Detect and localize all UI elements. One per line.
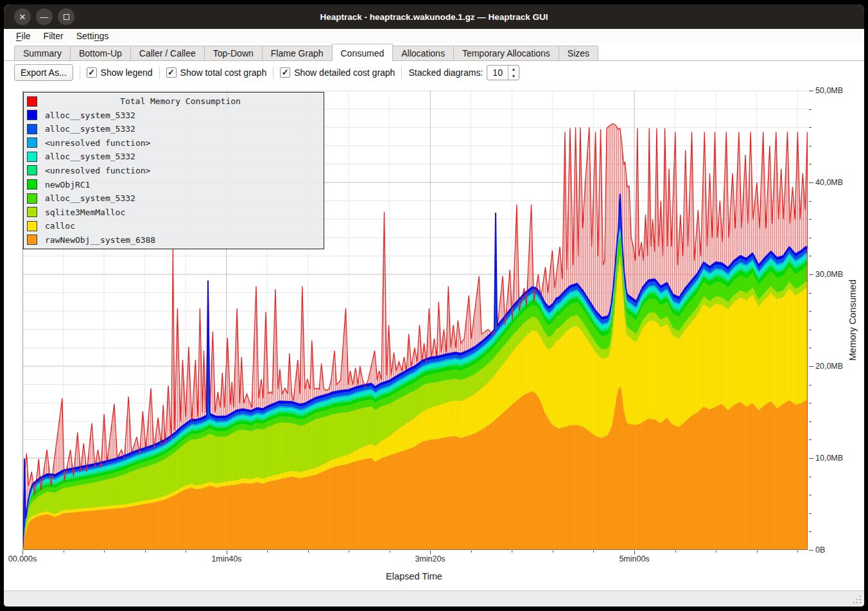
tab-bottom-up[interactable]: Bottom-Up xyxy=(70,46,131,61)
legend-swatch xyxy=(27,165,37,175)
legend-item: alloc__system_5332 xyxy=(24,123,324,136)
title-bar[interactable]: ✕ — Heaptrack - heaptrack.wakunode.1.gz … xyxy=(4,4,864,29)
checkbox-label: Show legend xyxy=(101,67,153,78)
y-tick xyxy=(809,311,812,312)
spin-up-icon[interactable]: ▲ xyxy=(508,66,519,73)
y-tick xyxy=(809,366,813,367)
minimize-button[interactable]: — xyxy=(36,8,53,25)
legend-label: sqlite3MemMalloc xyxy=(45,208,125,217)
app-window: ✕ — Heaptrack - heaptrack.wakunode.1.gz … xyxy=(4,4,864,607)
stacked-diagrams-label: Stacked diagrams: xyxy=(408,67,483,78)
toolbar: Export As... ✓Show legend✓Show total cos… xyxy=(4,61,864,84)
x-tick xyxy=(390,551,390,553)
y-tick xyxy=(809,127,812,128)
x-tick xyxy=(716,551,716,553)
y-tick xyxy=(809,201,812,202)
x-tick-label: 00.000s xyxy=(8,554,37,563)
checkbox-icon[interactable]: ✓ xyxy=(166,67,177,78)
window-controls: ✕ — xyxy=(14,4,74,29)
toolbar-separator xyxy=(80,66,80,79)
resize-grip-icon[interactable] xyxy=(853,595,862,604)
chart-legend: Total Memory Consumptionalloc__system_53… xyxy=(23,92,324,249)
close-button[interactable]: ✕ xyxy=(14,8,31,25)
checkbox-icon[interactable]: ✓ xyxy=(87,67,97,78)
legend-item: calloc xyxy=(24,220,324,233)
y-tick xyxy=(809,256,812,256)
x-tick xyxy=(471,551,472,553)
legend-swatch xyxy=(27,96,37,107)
x-tick-label: 1min40s xyxy=(211,554,241,563)
legend-label: <unresolved function> xyxy=(45,138,150,148)
y-tick xyxy=(809,146,812,146)
menu-bar: FileFilterSettings xyxy=(4,29,864,43)
y-tick xyxy=(809,293,812,294)
legend-swatch xyxy=(27,152,37,162)
y-tick-label: 30,0MB xyxy=(815,270,843,279)
y-tick xyxy=(809,238,812,238)
legend-label: alloc__system_5332 xyxy=(45,152,135,161)
x-tick xyxy=(512,551,512,553)
x-tick xyxy=(308,551,309,553)
legend-swatch xyxy=(27,179,37,190)
x-tick xyxy=(593,551,594,553)
export-as-button[interactable]: Export As... xyxy=(14,64,73,81)
x-tick-label: 5min00s xyxy=(619,554,649,563)
x-tick xyxy=(186,551,186,553)
legend-item: newObjRC1 xyxy=(24,178,324,191)
tab-sizes[interactable]: Sizes xyxy=(559,46,598,61)
tab-top-down[interactable]: Top-Down xyxy=(204,46,263,61)
y-tick xyxy=(809,403,812,403)
x-tick xyxy=(64,551,64,553)
y-tick xyxy=(809,109,812,110)
x-tick xyxy=(267,551,268,553)
x-tick xyxy=(553,551,553,553)
checkbox-show-legend[interactable]: ✓Show legend xyxy=(87,67,153,78)
legend-label: Total Memory Consumption xyxy=(37,96,324,106)
legend-swatch xyxy=(27,110,37,120)
stacked-diagrams-value[interactable]: 10 xyxy=(487,66,508,80)
tab-consumed[interactable]: Consumed xyxy=(332,44,394,61)
menu-item-filter[interactable]: Filter xyxy=(38,30,69,42)
y-axis-title: Memory Consumed xyxy=(843,91,862,550)
legend-swatch xyxy=(27,137,37,148)
legend-item: alloc__system_5332 xyxy=(24,150,324,163)
x-tick xyxy=(675,551,676,553)
legend-label: rawNewObj__system_6388 xyxy=(45,235,155,245)
legend-swatch xyxy=(27,207,37,217)
tab-summary[interactable]: Summary xyxy=(14,46,71,61)
y-tick xyxy=(809,513,812,514)
y-tick xyxy=(809,495,812,495)
y-tick xyxy=(809,531,812,532)
window-title: Heaptrack - heaptrack.wakunode.1.gz — He… xyxy=(320,12,548,22)
toolbar-separator xyxy=(401,66,402,79)
memory-consumption-chart[interactable]: Total Memory Consumptionalloc__system_53… xyxy=(22,91,808,550)
tab-flame-graph[interactable]: Flame Graph xyxy=(262,46,333,61)
y-tick xyxy=(809,550,813,551)
checkbox-label: Show detailed cost graph xyxy=(294,67,395,78)
y-tick-label: 0B xyxy=(815,545,825,554)
menu-item-file[interactable]: File xyxy=(10,30,37,42)
legend-swatch xyxy=(27,193,37,204)
y-tick xyxy=(809,458,813,459)
checkbox-label: Show total cost graph xyxy=(180,67,267,78)
x-tick xyxy=(797,551,798,553)
menu-item-settings[interactable]: Settings xyxy=(71,30,115,42)
checkbox-show-total-cost-graph[interactable]: ✓Show total cost graph xyxy=(166,67,267,78)
stacked-diagrams-spinbox[interactable]: 10 ▲ ▼ xyxy=(487,65,519,80)
y-tick xyxy=(809,219,812,220)
maximize-icon xyxy=(64,14,69,20)
legend-title-row: Total Memory Consumption xyxy=(24,95,324,108)
y-tick-label: 50,0MB xyxy=(815,86,843,95)
legend-label: alloc__system_5332 xyxy=(45,193,135,203)
tab-allocations[interactable]: Allocations xyxy=(392,46,454,61)
checkbox-show-detailed-cost-graph[interactable]: ✓Show detailed cost graph xyxy=(280,67,395,78)
legend-label: calloc xyxy=(45,221,75,231)
x-tick-label: 3min20s xyxy=(415,554,445,563)
tab-caller-callee[interactable]: Caller / Callee xyxy=(130,46,205,61)
maximize-button[interactable] xyxy=(58,8,74,25)
tab-temporary-allocations[interactable]: Temporary Allocations xyxy=(453,46,559,61)
y-tick xyxy=(809,164,812,164)
checkbox-icon[interactable]: ✓ xyxy=(280,67,290,78)
spin-down-icon[interactable]: ▼ xyxy=(508,73,519,80)
y-tick-label: 40,0MB xyxy=(815,178,843,187)
